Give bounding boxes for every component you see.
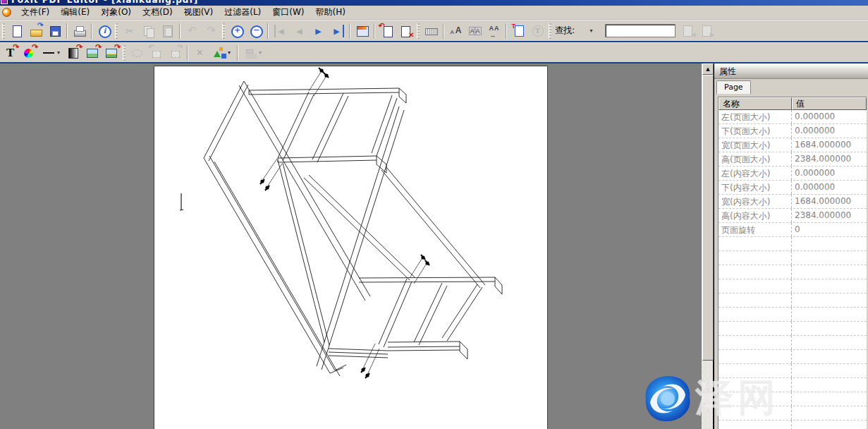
find-previous-button[interactable] [678, 22, 697, 40]
dropdown-caret-icon[interactable]: ▾ [590, 28, 593, 34]
draw-shapes-button[interactable]: ▾ [209, 44, 235, 61]
toolbar-row-2: ▾▾▾ [0, 42, 868, 64]
insert-image-button[interactable] [102, 44, 121, 61]
toolbar-grip[interactable] [123, 45, 126, 61]
property-row[interactable]: 下(页面大小)0.000000 [719, 124, 867, 138]
find-history-button[interactable]: ▾ [577, 22, 602, 40]
property-row[interactable] [719, 322, 867, 336]
undo-button[interactable] [183, 22, 202, 40]
menu-object[interactable]: 对象(O) [95, 5, 137, 20]
toolbar-grip[interactable] [2, 23, 5, 39]
menu-edit[interactable]: 编辑(E) [55, 5, 95, 20]
menu-filter[interactable]: 过滤器(L) [219, 5, 267, 20]
scrollbar-thumb[interactable] [702, 75, 714, 361]
find-input[interactable] [605, 24, 676, 37]
vertical-scrollbar[interactable]: ▲ [702, 64, 713, 429]
tab-page[interactable]: Page [716, 80, 751, 94]
text-page-button[interactable] [509, 22, 528, 40]
document-info-button[interactable] [94, 22, 114, 40]
new-file-button[interactable] [7, 22, 26, 40]
property-row[interactable]: 左(内容大小)0.000000 [719, 167, 867, 181]
zoom-in-button[interactable] [227, 22, 246, 40]
dropdown-caret-icon[interactable]: ▾ [259, 49, 262, 56]
property-row[interactable] [719, 350, 867, 364]
property-row[interactable] [719, 237, 867, 251]
toolbar-grip[interactable] [115, 23, 118, 39]
toolbar-grip[interactable] [222, 23, 225, 39]
menu-help[interactable]: 帮助(H) [310, 5, 351, 20]
column-header-name[interactable]: 名称 [719, 97, 792, 110]
panel-tab-bar: Page [714, 79, 868, 95]
first-page-button[interactable] [271, 22, 290, 40]
print-button[interactable] [70, 22, 89, 40]
toolbar-grip[interactable] [417, 23, 420, 39]
align-objects-button[interactable]: ▾ [240, 44, 266, 61]
toolbar-row-1: 查找:▾ [0, 20, 868, 42]
pdf-page[interactable] [154, 66, 548, 429]
cut-button[interactable] [120, 22, 139, 40]
insert-page-button[interactable] [377, 22, 396, 40]
menu-window[interactable]: 窗口(W) [267, 5, 310, 20]
property-row[interactable]: 宽(内容大小)1684.000000 [719, 195, 867, 209]
property-row[interactable] [719, 378, 867, 392]
open-file-button[interactable] [26, 22, 45, 40]
edit-image-button[interactable] [83, 44, 102, 61]
property-value: 1684.000000 [792, 138, 867, 152]
property-row[interactable]: 高(内容大小)2384.000000 [719, 209, 867, 223]
text-select-button[interactable] [528, 22, 547, 40]
property-row[interactable] [719, 421, 867, 429]
rotate-left-button[interactable] [147, 44, 166, 61]
menu-view[interactable]: 视图(V) [178, 5, 219, 20]
title-bar: Foxit PDF Editor - [xiankuang.pdf] [0, 0, 868, 6]
property-row[interactable] [719, 265, 867, 279]
page-layout-button[interactable] [353, 22, 372, 40]
font-size-button[interactable] [446, 22, 465, 40]
dropdown-caret-icon[interactable]: ▾ [228, 49, 231, 56]
copy-button[interactable] [139, 22, 158, 40]
insert-text-button[interactable] [1, 44, 20, 61]
delete-page-button[interactable] [396, 22, 415, 40]
property-row[interactable] [719, 294, 867, 308]
save-file-button[interactable] [45, 22, 64, 40]
property-row[interactable] [719, 406, 867, 421]
property-row[interactable] [719, 392, 867, 406]
toolbar-grip[interactable] [549, 23, 551, 39]
menu-document[interactable]: 文档(D) [137, 5, 178, 20]
document-canvas[interactable] [0, 64, 702, 429]
column-header-value[interactable]: 值 [792, 97, 867, 110]
property-row[interactable] [719, 279, 867, 294]
redo-button[interactable] [202, 22, 221, 40]
property-row[interactable]: 左(页面大小)0.000000 [719, 110, 867, 124]
property-row[interactable] [719, 308, 867, 322]
property-row[interactable]: 高(页面大小)2384.000000 [719, 152, 867, 167]
property-value: 2384.000000 [792, 209, 867, 222]
find-next-button[interactable] [697, 22, 716, 40]
scrollbar-up-arrow[interactable]: ▲ [702, 64, 714, 75]
char-spacing-button[interactable] [484, 22, 503, 40]
property-row[interactable]: 下(内容大小)0.000000 [719, 181, 867, 195]
app-icon[interactable] [2, 8, 11, 17]
next-page-button[interactable] [309, 22, 328, 40]
paste-button[interactable] [158, 22, 177, 40]
property-row[interactable]: 页面旋转0 [719, 223, 867, 237]
select-object-button[interactable] [128, 44, 147, 61]
rotate-right-button[interactable] [166, 44, 185, 61]
insert-shading-button[interactable] [64, 44, 83, 61]
keyboard-icon [425, 25, 438, 37]
line-style-button[interactable]: ▾ [39, 44, 64, 61]
property-name [719, 279, 792, 293]
textins-icon [4, 47, 17, 59]
last-page-button[interactable] [328, 22, 347, 40]
property-row[interactable] [719, 251, 867, 265]
property-row[interactable] [719, 336, 867, 350]
property-row[interactable]: 宽(页面大小)1684.000000 [719, 138, 867, 152]
previous-page-button[interactable] [290, 22, 309, 40]
dropdown-caret-icon[interactable]: ▾ [57, 49, 60, 56]
delete-object-button[interactable] [190, 44, 209, 61]
zoom-out-button[interactable] [246, 22, 265, 40]
insert-color-button[interactable] [20, 44, 39, 61]
keyboard-input-button[interactable] [422, 22, 441, 40]
property-row[interactable] [719, 364, 867, 378]
font-compare-button[interactable] [465, 22, 484, 40]
menu-file[interactable]: 文件(F) [16, 5, 55, 20]
